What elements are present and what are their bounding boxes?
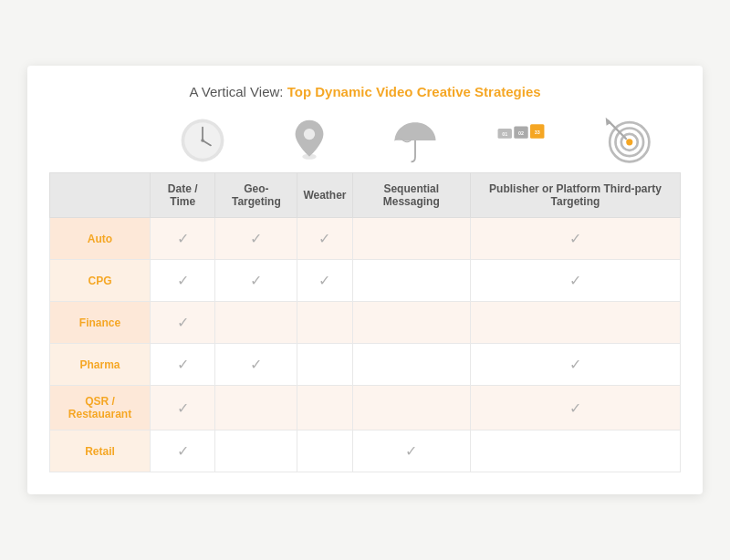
cell-publisher_targeting	[470, 302, 680, 344]
col-geo-targeting: Geo-Targeting	[215, 173, 297, 218]
checkmark-icon: ✓	[569, 231, 581, 246]
cell-date_time: ✓	[151, 386, 215, 430]
svg-text:02: 02	[518, 130, 524, 136]
cell-sequential_messaging	[352, 344, 470, 386]
row-label: Pharma	[50, 344, 151, 386]
main-card: A Vertical View: Top Dynamic Video Creat…	[27, 66, 703, 494]
cell-sequential_messaging	[352, 302, 470, 344]
checkmark-icon: ✓	[250, 273, 262, 288]
cell-weather	[297, 302, 352, 344]
svg-text:01: 01	[503, 131, 508, 137]
checkmark-icon: ✓	[405, 443, 417, 459]
svg-point-6	[303, 129, 314, 140]
row-label: CPG	[50, 260, 151, 302]
checkmark-icon: ✓	[177, 231, 189, 246]
umbrella-icon	[391, 116, 440, 165]
title-prefix: A Vertical View:	[189, 84, 287, 99]
row-label: Auto	[50, 218, 151, 260]
table-row: Finance✓	[50, 302, 681, 344]
cell-geo_targeting	[215, 430, 297, 472]
cell-geo_targeting	[215, 386, 297, 430]
cell-geo_targeting	[215, 302, 297, 344]
checkmark-icon: ✓	[177, 357, 189, 372]
clock-icon	[178, 116, 227, 165]
checkmark-icon: ✓	[569, 357, 581, 372]
clock-icon-cell	[150, 116, 256, 172]
sequential-icon: 01 02 33	[496, 116, 546, 165]
cell-weather	[297, 386, 352, 430]
checkmark-icon: ✓	[318, 273, 330, 288]
cell-geo_targeting: ✓	[215, 344, 297, 386]
target-icon-cell	[575, 116, 681, 172]
target-icon	[603, 116, 652, 165]
cell-date_time: ✓	[151, 344, 215, 386]
checkmark-icon: ✓	[177, 315, 189, 330]
row-label: Finance	[50, 302, 151, 344]
svg-text:33: 33	[535, 130, 540, 135]
table-row: Retail✓✓	[50, 430, 681, 472]
cell-sequential_messaging	[352, 218, 470, 260]
checkmark-icon: ✓	[318, 231, 330, 246]
cell-weather	[297, 430, 352, 472]
cell-publisher_targeting: ✓	[470, 344, 680, 386]
cell-publisher_targeting: ✓	[470, 386, 680, 430]
cell-weather: ✓	[297, 260, 352, 302]
checkmark-icon: ✓	[177, 273, 189, 288]
checkmark-icon: ✓	[569, 400, 581, 416]
table-row: QSR / Restauarant✓✓	[50, 386, 681, 430]
checkmark-icon: ✓	[569, 273, 581, 288]
cell-sequential_messaging	[352, 260, 470, 302]
col-sequential-messaging: Sequential Messaging	[352, 173, 470, 218]
checkmark-icon: ✓	[177, 443, 189, 459]
row-label: Retail	[50, 430, 151, 472]
checkmark-icon: ✓	[177, 400, 189, 416]
cell-geo_targeting: ✓	[215, 260, 297, 302]
icons-row: 01 02 33	[150, 116, 681, 172]
checkmark-icon: ✓	[250, 357, 262, 372]
row-label: QSR / Restauarant	[50, 386, 151, 430]
geo-pin-icon	[285, 116, 334, 165]
cell-geo_targeting: ✓	[215, 218, 297, 260]
col-label	[50, 173, 151, 218]
umbrella-icon-cell	[362, 116, 468, 172]
page-title: A Vertical View: Top Dynamic Video Creat…	[49, 84, 681, 99]
table-row: CPG✓✓✓✓	[50, 260, 681, 302]
table-row: Auto✓✓✓✓	[50, 218, 681, 260]
cell-date_time: ✓	[151, 218, 215, 260]
sequential-icon-cell: 01 02 33	[468, 116, 574, 172]
cell-publisher_targeting	[470, 430, 680, 472]
geo-icon-cell	[256, 116, 361, 172]
cell-publisher_targeting: ✓	[470, 218, 680, 260]
cell-publisher_targeting: ✓	[470, 260, 680, 302]
cell-weather	[297, 344, 352, 386]
title-main: Top Dynamic Video Creative Strategies	[287, 84, 541, 99]
cell-weather: ✓	[297, 218, 352, 260]
cell-date_time: ✓	[151, 430, 215, 472]
col-weather: Weather	[297, 173, 352, 218]
table-row: Pharma✓✓✓	[50, 344, 681, 386]
checkmark-icon: ✓	[250, 231, 262, 246]
cell-date_time: ✓	[151, 302, 215, 344]
col-publisher-targeting: Publisher or Platform Third-party Target…	[470, 173, 680, 218]
svg-point-17	[626, 139, 632, 145]
cell-sequential_messaging: ✓	[352, 430, 470, 472]
cell-sequential_messaging	[352, 386, 470, 430]
cell-date_time: ✓	[151, 260, 215, 302]
col-date-time: Date / Time	[151, 173, 215, 218]
strategy-table: Date / Time Geo-Targeting Weather Sequen…	[49, 172, 681, 472]
